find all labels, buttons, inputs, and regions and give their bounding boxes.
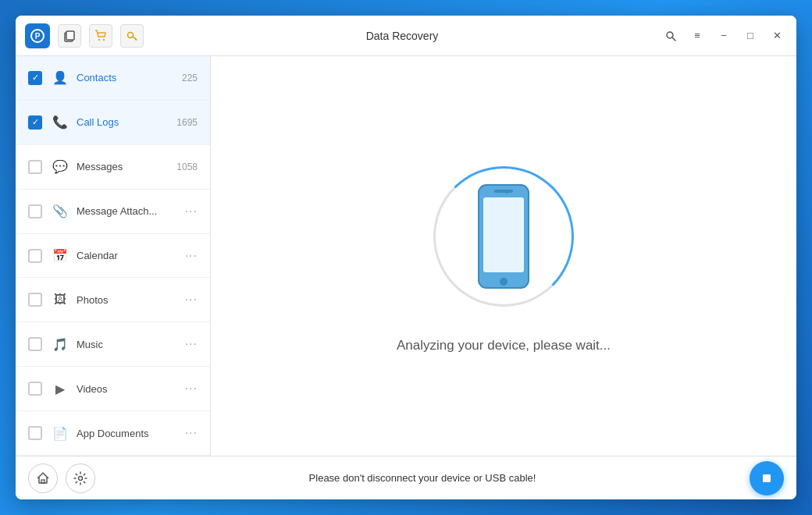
svg-text:P: P xyxy=(35,32,41,41)
label-message-attach: Message Attach... xyxy=(77,205,185,217)
svg-point-15 xyxy=(79,476,83,480)
svg-rect-14 xyxy=(41,480,45,483)
sidebar-item-app-documents[interactable]: 📄App Documents··· xyxy=(16,411,210,456)
window-controls: ≡ − □ ✕ xyxy=(661,26,787,46)
search-button[interactable] xyxy=(661,26,681,46)
bottombar: Please don't disconnect your device or U… xyxy=(16,456,796,499)
icon-contacts: 👤 xyxy=(50,68,70,88)
label-messages: Messages xyxy=(77,161,173,172)
titlebar-left: P xyxy=(25,23,144,48)
count-contacts: 225 xyxy=(182,73,198,83)
sidebar-item-music[interactable]: 🎵Music··· xyxy=(16,322,210,367)
checkbox-message-attach[interactable] xyxy=(28,204,42,218)
cart-icon[interactable] xyxy=(89,24,112,48)
icon-music: 🎵 xyxy=(50,334,70,354)
label-contacts: Contacts xyxy=(77,72,179,83)
more-videos[interactable]: ··· xyxy=(185,382,198,396)
label-call-logs: Call Logs xyxy=(77,116,173,128)
svg-point-7 xyxy=(667,32,673,38)
icon-photos: 🖼 xyxy=(50,289,70,310)
main-area: ✓👤Contacts225✓📞Call Logs1695💬Messages105… xyxy=(16,56,796,456)
label-calendar: Calendar xyxy=(77,250,185,261)
sidebar-item-calendar[interactable]: 📅Calendar··· xyxy=(16,234,210,279)
svg-line-8 xyxy=(673,37,676,41)
label-videos: Videos xyxy=(77,383,185,395)
copy-icon[interactable] xyxy=(58,24,81,48)
svg-rect-11 xyxy=(494,190,513,193)
stop-button[interactable] xyxy=(750,461,784,495)
menu-button[interactable]: ≡ xyxy=(687,26,707,46)
svg-rect-16 xyxy=(763,474,771,482)
count-call-logs: 1695 xyxy=(176,117,198,128)
sidebar-item-videos[interactable]: ▶Videos··· xyxy=(16,367,210,411)
sidebar-item-messages[interactable]: 💬Messages1058 xyxy=(16,145,210,190)
more-app-documents[interactable]: ··· xyxy=(185,426,198,440)
svg-rect-3 xyxy=(66,31,74,40)
svg-point-12 xyxy=(500,278,508,286)
icon-calendar: 📅 xyxy=(50,246,70,266)
content-area: Analyzing your device, please wait... xyxy=(211,56,796,456)
sidebar-item-contacts[interactable]: ✓👤Contacts225 xyxy=(16,56,210,101)
icon-call-logs: 📞 xyxy=(50,112,70,133)
status-message: Please don't disconnect your device or U… xyxy=(95,472,750,484)
icon-app-documents: 📄 xyxy=(50,423,70,443)
icon-messages: 💬 xyxy=(50,157,70,177)
analyzing-text: Analyzing your device, please wait... xyxy=(397,338,611,353)
home-button[interactable] xyxy=(28,464,58,493)
svg-point-5 xyxy=(103,38,105,40)
count-messages: 1058 xyxy=(176,162,198,172)
checkbox-photos[interactable] xyxy=(28,293,42,307)
maximize-button[interactable]: □ xyxy=(740,26,760,46)
svg-point-13 xyxy=(505,190,508,194)
svg-rect-10 xyxy=(483,197,524,272)
close-button[interactable]: ✕ xyxy=(767,26,787,46)
label-photos: Photos xyxy=(77,294,185,306)
svg-point-4 xyxy=(98,38,100,40)
bottom-icons xyxy=(28,464,95,493)
more-photos[interactable]: ··· xyxy=(185,293,198,307)
sidebar-item-photos[interactable]: 🖼Photos··· xyxy=(16,278,210,322)
device-animation xyxy=(426,158,582,314)
checkbox-calendar[interactable] xyxy=(28,249,42,263)
minimize-button[interactable]: − xyxy=(714,26,734,46)
checkbox-music[interactable] xyxy=(28,337,42,351)
sidebar-item-call-logs[interactable]: ✓📞Call Logs1695 xyxy=(16,101,210,145)
label-app-documents: App Documents xyxy=(77,428,185,439)
app-title: Data Recovery xyxy=(144,30,661,42)
more-message-attach[interactable]: ··· xyxy=(185,204,198,218)
settings-button[interactable] xyxy=(66,464,95,493)
checkbox-call-logs[interactable]: ✓ xyxy=(28,115,42,130)
app-logo: P xyxy=(25,23,50,48)
label-music: Music xyxy=(77,339,185,350)
checkbox-videos[interactable] xyxy=(28,382,42,396)
titlebar: P xyxy=(16,16,796,56)
key-icon[interactable] xyxy=(120,24,144,48)
icon-message-attach: 📎 xyxy=(50,201,70,222)
phone-illustration xyxy=(472,182,535,291)
main-window: P xyxy=(16,16,796,499)
sidebar-item-message-attach[interactable]: 📎Message Attach...··· xyxy=(16,190,210,234)
more-music[interactable]: ··· xyxy=(185,337,198,351)
icon-videos: ▶ xyxy=(50,378,70,399)
checkbox-contacts[interactable]: ✓ xyxy=(28,71,42,85)
sidebar: ✓👤Contacts225✓📞Call Logs1695💬Messages105… xyxy=(16,56,211,456)
more-calendar[interactable]: ··· xyxy=(185,249,198,263)
checkbox-messages[interactable] xyxy=(28,160,42,174)
checkbox-app-documents[interactable] xyxy=(28,426,42,440)
